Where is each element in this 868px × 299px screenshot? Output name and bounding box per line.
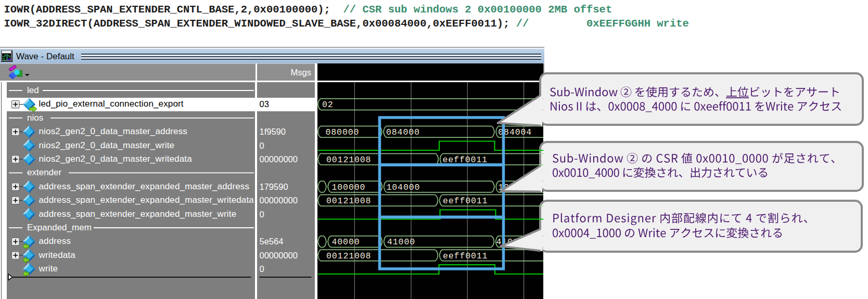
- svg-text:02: 02: [322, 100, 334, 110]
- svg-text:00121008: 00121008: [326, 251, 371, 261]
- svg-text:eeff0011: eeff0011: [443, 196, 488, 206]
- svg-text:41000: 41000: [387, 237, 415, 247]
- svg-text:080000: 080000: [326, 127, 360, 137]
- svg-text:00121008: 00121008: [326, 155, 371, 165]
- svg-text:eeff0011: eeff0011: [443, 155, 488, 165]
- svg-text:eeff0011: eeff0011: [443, 251, 488, 261]
- svg-text:104000: 104000: [387, 183, 420, 192]
- svg-text:084000: 084000: [386, 127, 420, 137]
- svg-text:00121008: 00121008: [326, 196, 371, 206]
- svg-text:100000: 100000: [332, 183, 366, 192]
- svg-text:40000: 40000: [332, 237, 360, 247]
